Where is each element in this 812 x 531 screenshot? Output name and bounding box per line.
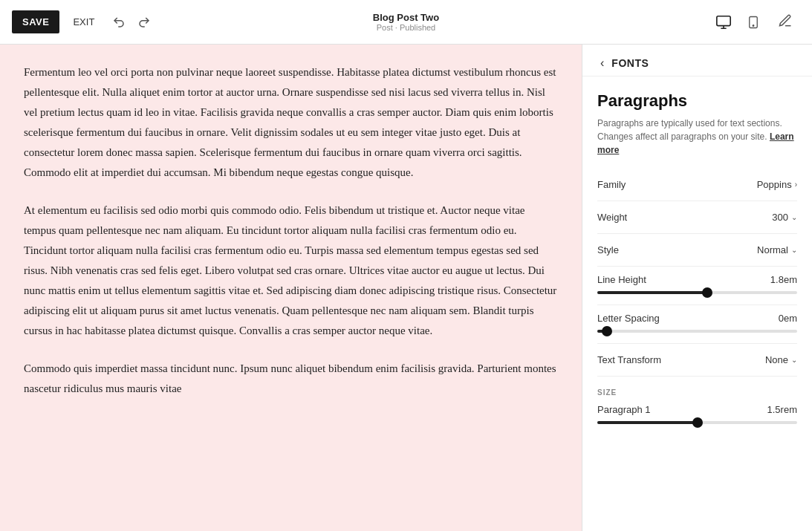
style-label: Style (597, 244, 619, 255)
letter-spacing-thumb[interactable] (602, 326, 612, 336)
style-chevron-icon: ⌄ (791, 246, 797, 254)
mobile-view-button[interactable] (742, 10, 764, 35)
style-dropdown[interactable]: Normal ⌄ (757, 244, 797, 255)
svg-point-2 (753, 25, 754, 26)
paragraph1-size-name: Paragraph 1 (597, 404, 651, 415)
section-desc: Paragraphs are typically used for text s… (597, 117, 797, 157)
text-transform-setting-row: Text Transform None ⌄ (597, 344, 797, 377)
panel-header-title: FONTS (611, 57, 649, 69)
family-value[interactable]: Poppins › (757, 179, 797, 190)
document-title: Blog Post Two (373, 12, 439, 23)
letter-spacing-setting: Letter Spacing 0em (597, 305, 797, 344)
section-title: Paragraphs (597, 91, 797, 111)
text-transform-dropdown[interactable]: None ⌄ (765, 354, 797, 365)
back-button[interactable]: ‹ (597, 56, 607, 70)
desktop-view-button[interactable] (711, 10, 736, 35)
paragraph-3: Commodo quis imperdiet massa tincidunt n… (24, 359, 558, 399)
weight-chevron-icon: ⌄ (791, 213, 797, 221)
document-info: Blog Post Two Post · Published (373, 12, 439, 32)
font-settings: Family Poppins › Weight 300 ⌄ Style Norm… (582, 169, 812, 377)
line-height-label: Line Height (597, 274, 646, 285)
exit-button[interactable]: EXIT (65, 10, 102, 33)
right-panel: ‹ FONTS Paragraphs Paragraphs are typica… (582, 45, 812, 531)
save-button[interactable]: SAVE (12, 10, 59, 33)
line-height-slider[interactable] (597, 291, 797, 294)
paragraph1-size-value: 1.5rem (767, 404, 797, 415)
view-controls (711, 9, 800, 36)
edit-mode-button[interactable] (770, 9, 800, 36)
letter-spacing-slider[interactable] (597, 330, 797, 333)
text-transform-chevron-icon: ⌄ (791, 356, 797, 364)
size-section-label: SIZE (597, 388, 797, 397)
letter-spacing-label: Letter Spacing (597, 313, 660, 324)
size-section: SIZE Paragraph 1 1.5rem (582, 377, 812, 424)
editor-area[interactable]: Fermentum leo vel orci porta non pulvina… (0, 45, 582, 531)
weight-setting-row: Weight 300 ⌄ (597, 201, 797, 234)
style-setting-row: Style Normal ⌄ (597, 234, 797, 267)
line-height-setting: Line Height 1.8em (597, 267, 797, 305)
paragraph1-size-thumb[interactable] (692, 417, 703, 428)
undo-redo-group (108, 11, 155, 33)
text-transform-label: Text Transform (597, 354, 661, 365)
line-height-thumb[interactable] (702, 287, 712, 298)
line-height-value: 1.8em (770, 274, 797, 285)
letter-spacing-value: 0em (779, 313, 797, 324)
panel-header: ‹ FONTS (582, 45, 812, 76)
weight-label: Weight (597, 212, 627, 223)
paragraph-2: At elementum eu facilisis sed odio morbi… (24, 201, 558, 341)
document-subtitle: Post · Published (373, 23, 439, 32)
paragraph1-size-slider[interactable] (597, 421, 797, 424)
weight-dropdown[interactable]: 300 ⌄ (772, 212, 797, 223)
undo-button[interactable] (108, 11, 130, 33)
family-chevron-icon: › (795, 180, 797, 189)
family-setting-row: Family Poppins › (597, 169, 797, 201)
paragraphs-section: Paragraphs Paragraphs are typically used… (582, 76, 812, 169)
svg-rect-0 (717, 16, 730, 25)
paragraph1-size-row: Paragraph 1 1.5rem (597, 404, 797, 415)
paragraph-1: Fermentum leo vel orci porta non pulvina… (24, 62, 558, 183)
line-height-fill (597, 291, 707, 294)
family-label: Family (597, 179, 626, 190)
redo-button[interactable] (133, 11, 155, 33)
topbar: SAVE EXIT Blog Post Two Post · Published (0, 0, 812, 45)
main-area: Fermentum leo vel orci porta non pulvina… (0, 45, 812, 531)
paragraph1-size-fill (597, 421, 698, 424)
